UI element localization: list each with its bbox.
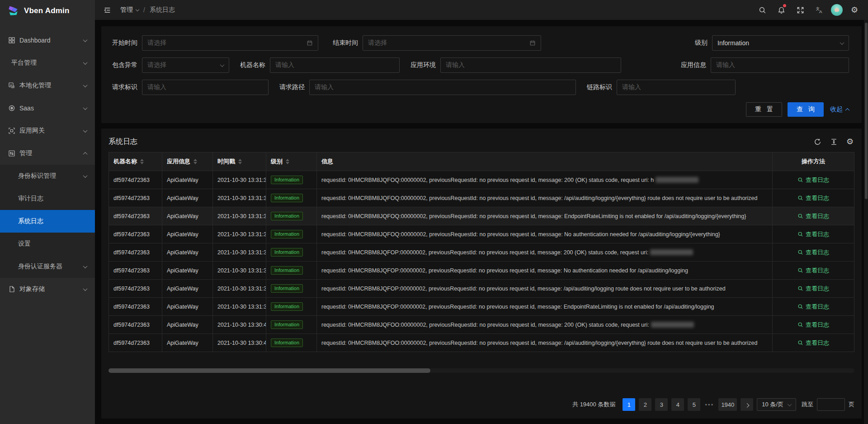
message-text: requestId: 0HMCRBM8JQFOO:00000002, previ… (321, 340, 757, 346)
field-label: 应用信息 (679, 61, 711, 69)
table-row[interactable]: df5974d72363ApiGateWay2021-10-30 13:31:3… (109, 261, 854, 279)
sort-icon[interactable] (140, 159, 144, 164)
page-button-1[interactable]: 1 (623, 398, 635, 411)
sidebar-item-settings[interactable]: 设置 (0, 233, 95, 255)
menu-fold-icon[interactable] (100, 3, 114, 17)
page-button-4[interactable]: 4 (671, 398, 684, 411)
magnifier-icon (797, 231, 803, 237)
sidebar-item-label: 管理 (19, 149, 32, 157)
page-button-5[interactable]: 5 (688, 398, 700, 411)
vertical-scrollbar[interactable] (864, 20, 868, 424)
field-label: 开始时间 (110, 39, 142, 47)
vertical-scrollbar-thumb[interactable] (865, 23, 868, 199)
trace_id-input[interactable]: 请输入 (617, 80, 736, 95)
page-button-3[interactable]: 3 (655, 398, 668, 411)
horizontal-scrollbar[interactable] (108, 368, 854, 373)
avatar[interactable] (831, 4, 843, 16)
table-row[interactable]: df5974d72363ApiGateWay2021-10-30 13:31:3… (109, 171, 854, 189)
table-row[interactable]: df5974d72363ApiGateWay2021-10-30 13:31:3… (109, 243, 854, 261)
view-log-link[interactable]: 查看日志 (797, 194, 829, 202)
column-label: 信息 (321, 157, 333, 166)
pagination-ellipsis[interactable]: ••• (704, 401, 715, 408)
view-log-link[interactable]: 查看日志 (797, 285, 829, 293)
page-button-2[interactable]: 2 (639, 398, 651, 411)
table-row[interactable]: df5974d72363ApiGateWay2021-10-30 13:31:3… (109, 207, 854, 225)
request_path-input[interactable]: 请输入 (309, 80, 576, 95)
fullscreen-icon[interactable] (793, 0, 807, 20)
app_info-input[interactable]: 请输入 (711, 57, 849, 73)
collapse-link[interactable]: 收起 (830, 105, 849, 114)
message-text: requestId: 0HMCRBM8JQFOQ:00000002, previ… (321, 213, 746, 219)
view-log-link[interactable]: 查看日志 (797, 212, 829, 220)
sidebar-item-identity[interactable]: 身份标识管理 (0, 165, 95, 187)
page-size-select[interactable]: 10 条/页 (757, 398, 796, 411)
table-row[interactable]: df5974d72363ApiGateWay2021-10-30 13:30:4… (109, 333, 854, 352)
view-log-link[interactable]: 查看日志 (797, 267, 829, 275)
settings-icon[interactable]: ⚙ (847, 0, 862, 20)
app_env-input[interactable]: 请输入 (440, 57, 621, 73)
cell-action: 查看日志 (773, 243, 854, 261)
view-log-link[interactable]: 查看日志 (797, 339, 829, 347)
view-log-link[interactable]: 查看日志 (797, 303, 829, 311)
table-row[interactable]: df5974d72363ApiGateWay2021-10-30 13:31:3… (109, 297, 854, 315)
field-has_exception: 包含异常请选择 (110, 57, 229, 73)
redacted-uri (650, 249, 693, 255)
search-button[interactable]: 查 询 (788, 102, 824, 117)
view-log-link[interactable]: 查看日志 (797, 321, 829, 329)
table-row[interactable]: df5974d72363ApiGateWay2021-10-30 13:31:3… (109, 225, 854, 243)
table-row[interactable]: df5974d72363ApiGateWay2021-10-30 13:30:4… (109, 315, 854, 333)
cell-level: Information (266, 207, 317, 225)
level-select[interactable]: Information (712, 35, 849, 51)
sidebar-item-gateway[interactable]: 应用网关 (0, 119, 95, 142)
sort-icon[interactable] (238, 159, 242, 164)
refresh-icon[interactable] (813, 137, 822, 146)
column-header-ts[interactable]: 时间戳 (213, 152, 266, 171)
breadcrumb-manage[interactable]: 管理 (120, 6, 139, 14)
magnifier-icon (797, 322, 803, 328)
sidebar-item-system-log[interactable]: 系统日志 (0, 210, 95, 233)
sidebar-item-platform[interactable]: 平台管理 (0, 52, 95, 74)
level-badge: Information (271, 266, 303, 275)
sidebar-item-audit-log[interactable]: 审计日志 (0, 187, 95, 210)
jump-page-input[interactable] (817, 398, 845, 411)
column-header-level[interactable]: 级别 (266, 152, 317, 171)
search-icon[interactable] (755, 0, 769, 20)
sidebar-item-manage[interactable]: 管理 (0, 142, 95, 165)
column-settings-icon[interactable]: ⚙ (845, 137, 854, 146)
sidebar-item-localization[interactable]: A本地化管理 (0, 74, 95, 97)
chevron-down-icon (83, 83, 88, 87)
view-log-link[interactable]: 查看日志 (797, 248, 829, 257)
start_time-datepicker[interactable]: 请选择 (142, 35, 318, 51)
view-log-link[interactable]: 查看日志 (797, 230, 829, 238)
magnifier-icon (797, 177, 803, 183)
page-size-value: 10 条/页 (762, 400, 783, 409)
column-header-app[interactable]: 应用信息 (162, 152, 213, 171)
column-header-machine[interactable]: 机器名称 (109, 152, 162, 171)
machine_name-input[interactable]: 请输入 (270, 57, 400, 73)
caret-up-icon (140, 159, 144, 161)
locale-icon[interactable]: 文A (812, 0, 826, 20)
sidebar-item-dashboard[interactable]: Dashboard (0, 29, 95, 52)
cell-message: requestId: 0HMCRBM8JQFOP:00000002, previ… (317, 243, 773, 261)
has_exception-select[interactable]: 请选择 (142, 57, 229, 73)
notification-icon[interactable] (774, 0, 788, 20)
reset-button[interactable]: 重 置 (746, 102, 782, 117)
breadcrumb-current: 系统日志 (150, 6, 175, 14)
table-row[interactable]: df5974d72363ApiGateWay2021-10-30 13:31:3… (109, 279, 854, 297)
row-height-icon[interactable] (829, 137, 838, 146)
sort-icon[interactable] (286, 159, 289, 164)
sidebar-item-saas[interactable]: Saas (0, 97, 95, 119)
horizontal-scrollbar-thumb[interactable] (108, 368, 430, 373)
sidebar-item-auth-server[interactable]: 身份认证服务器 (0, 255, 95, 278)
page-button-1940[interactable]: 1940 (718, 398, 737, 411)
request_id-input[interactable]: 请输入 (142, 80, 269, 95)
cell-action: 查看日志 (773, 316, 854, 333)
view-log-link[interactable]: 查看日志 (797, 176, 829, 184)
table-row[interactable]: df5974d72363ApiGateWay2021-10-30 13:31:3… (109, 189, 854, 207)
logo[interactable]: Vben Admin (0, 0, 95, 22)
sidebar-item-label: 审计日志 (18, 195, 43, 203)
sidebar-item-storage[interactable]: 对象存储 (0, 278, 95, 300)
next-page-button[interactable] (741, 398, 753, 411)
end_time-datepicker[interactable]: 请选择 (363, 35, 541, 51)
sort-icon[interactable] (193, 159, 197, 164)
